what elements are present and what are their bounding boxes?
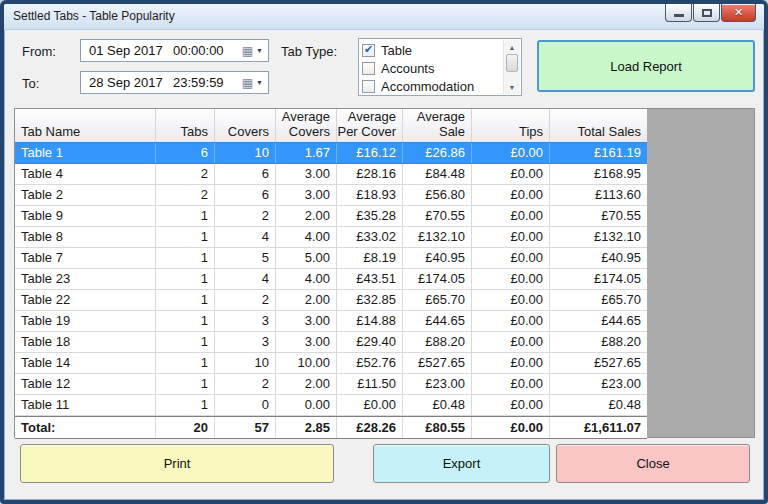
maximize-button[interactable] <box>693 4 720 22</box>
tab-type-listbox[interactable]: ✔ Table ✔ Accounts ✔ Accommodation ▲ ▼ <box>358 38 522 96</box>
from-date-field[interactable]: 01 Sep 2017 00:00:00 ▦ ▼ <box>80 39 269 62</box>
cell-average-per-cover: £18.93 <box>337 185 403 205</box>
table-row[interactable]: Table 8 1 4 4.00 £33.02 £132.10 £0.00 £1… <box>15 227 647 248</box>
total-avg-covers: 2.85 <box>276 417 337 438</box>
cell-total-sales: £40.95 <box>550 248 647 268</box>
cell-average-covers: 5.00 <box>276 248 337 268</box>
column-header-average-covers[interactable]: AverageCovers <box>276 109 337 142</box>
checkbox-icon[interactable]: ✔ <box>362 62 375 75</box>
print-button[interactable]: Print <box>20 444 334 483</box>
cell-covers: 6 <box>215 164 276 184</box>
cell-tips: £0.00 <box>472 269 550 289</box>
cell-covers: 5 <box>215 248 276 268</box>
total-label: Total: <box>15 417 156 438</box>
cell-tabs: 6 <box>156 143 215 163</box>
table-row[interactable]: Table 1 6 10 1.67 £16.12 £26.86 £0.00 £1… <box>15 142 647 164</box>
tab-type-label: Tab Type: <box>281 44 337 59</box>
cell-tab-name: Table 18 <box>15 332 156 352</box>
chevron-down-icon: ▼ <box>256 79 263 86</box>
close-button[interactable]: Close <box>556 444 750 483</box>
export-button[interactable]: Export <box>373 444 550 483</box>
cell-average-sale: £44.65 <box>403 311 472 331</box>
cell-tab-name: Table 1 <box>15 143 156 163</box>
table-row[interactable]: Table 12 1 2 2.00 £11.50 £23.00 £0.00 £2… <box>15 374 647 395</box>
cell-covers: 2 <box>215 374 276 394</box>
column-header-covers[interactable]: Covers <box>215 109 276 142</box>
cell-covers: 2 <box>215 206 276 226</box>
title-bar[interactable]: Settled Tabs - Table Popularity ✕ <box>4 4 764 30</box>
cell-average-covers: 3.00 <box>276 311 337 331</box>
cell-tabs: 2 <box>156 185 215 205</box>
cell-total-sales: £23.00 <box>550 374 647 394</box>
calendar-icon: ▦ <box>242 77 253 89</box>
table-row[interactable]: Table 23 1 4 4.00 £43.51 £174.05 £0.00 £… <box>15 269 647 290</box>
from-calendar-dropdown-button[interactable]: ▦ ▼ <box>242 45 268 57</box>
column-header-average-sale[interactable]: AverageSale <box>403 109 472 142</box>
cell-tab-name: Table 2 <box>15 185 156 205</box>
cell-tab-name: Table 11 <box>15 395 156 415</box>
cell-covers: 0 <box>215 395 276 415</box>
cell-total-sales: £527.65 <box>550 353 647 373</box>
cell-total-sales: £88.20 <box>550 332 647 352</box>
load-report-button[interactable]: Load Report <box>537 40 755 92</box>
cell-total-sales: £132.10 <box>550 227 647 247</box>
scrollbar-thumb[interactable] <box>506 54 518 72</box>
tab-type-item-accommodation[interactable]: ✔ Accommodation <box>362 77 521 95</box>
cell-tabs: 1 <box>156 290 215 310</box>
column-header-tab-name[interactable]: Tab Name <box>15 109 156 142</box>
table-total-row: Total: 20 57 2.85 £28.26 £80.55 £0.00 £1… <box>15 416 647 439</box>
table-row[interactable]: Table 9 1 2 2.00 £35.28 £70.55 £0.00 £70… <box>15 206 647 227</box>
checkbox-icon[interactable]: ✔ <box>362 44 375 57</box>
cell-tabs: 2 <box>156 164 215 184</box>
cell-average-covers: 2.00 <box>276 374 337 394</box>
close-label: Close <box>636 456 669 471</box>
cell-tab-name: Table 12 <box>15 374 156 394</box>
table-row[interactable]: Table 11 1 0 0.00 £0.00 £0.48 £0.00 £0.4… <box>15 395 647 416</box>
table-row[interactable]: Table 18 1 3 3.00 £29.40 £88.20 £0.00 £8… <box>15 332 647 353</box>
column-header-average-per-cover[interactable]: AveragePer Cover <box>337 109 403 142</box>
from-label: From: <box>22 44 56 59</box>
checkbox-icon[interactable]: ✔ <box>362 80 375 93</box>
column-header-total-sales[interactable]: Total Sales <box>550 109 647 142</box>
column-header-tabs[interactable]: Tabs <box>156 109 215 142</box>
table-row[interactable]: Table 14 1 10 10.00 £52.76 £527.65 £0.00… <box>15 353 647 374</box>
cell-average-sale: £56.80 <box>403 185 472 205</box>
cell-tab-name: Table 9 <box>15 206 156 226</box>
listbox-scrollbar[interactable]: ▲ ▼ <box>503 40 520 94</box>
to-calendar-dropdown-button[interactable]: ▦ ▼ <box>242 77 268 89</box>
table-row[interactable]: Table 2 2 6 3.00 £18.93 £56.80 £0.00 £11… <box>15 185 647 206</box>
cell-average-per-cover: £14.88 <box>337 311 403 331</box>
minimize-button[interactable] <box>665 4 692 22</box>
cell-tips: £0.00 <box>472 185 550 205</box>
cell-average-per-cover: £28.16 <box>337 164 403 184</box>
cell-total-sales: £168.95 <box>550 164 647 184</box>
cell-average-per-cover: £11.50 <box>337 374 403 394</box>
cell-average-sale: £132.10 <box>403 227 472 247</box>
cell-average-sale: £23.00 <box>403 374 472 394</box>
close-window-button[interactable]: ✕ <box>721 4 756 22</box>
table-row[interactable]: Table 19 1 3 3.00 £14.88 £44.65 £0.00 £4… <box>15 311 647 332</box>
table-row[interactable]: Table 7 1 5 5.00 £8.19 £40.95 £0.00 £40.… <box>15 248 647 269</box>
column-header-tips[interactable]: Tips <box>472 109 550 142</box>
scrollbar-up-icon[interactable]: ▲ <box>504 40 520 54</box>
cell-tips: £0.00 <box>472 332 550 352</box>
cell-average-sale: £527.65 <box>403 353 472 373</box>
scrollbar-track[interactable] <box>504 54 520 80</box>
cell-average-per-cover: £32.85 <box>337 290 403 310</box>
cell-average-sale: £26.86 <box>403 143 472 163</box>
load-report-label: Load Report <box>610 59 682 74</box>
cell-tips: £0.00 <box>472 353 550 373</box>
scrollbar-down-icon[interactable]: ▼ <box>504 80 520 94</box>
tab-type-item-table[interactable]: ✔ Table <box>362 41 521 59</box>
cell-tab-name: Table 8 <box>15 227 156 247</box>
to-date-field[interactable]: 28 Sep 2017 23:59:59 ▦ ▼ <box>80 71 269 94</box>
cell-average-sale: £40.95 <box>403 248 472 268</box>
tab-type-item-label: Accommodation <box>381 79 474 94</box>
table-row[interactable]: Table 22 1 2 2.00 £32.85 £65.70 £0.00 £6… <box>15 290 647 311</box>
cell-tabs: 1 <box>156 353 215 373</box>
cell-tab-name: Table 22 <box>15 290 156 310</box>
tab-type-item-label: Table <box>381 43 412 58</box>
cell-covers: 3 <box>215 311 276 331</box>
tab-type-item-accounts[interactable]: ✔ Accounts <box>362 59 521 77</box>
table-row[interactable]: Table 4 2 6 3.00 £28.16 £84.48 £0.00 £16… <box>15 164 647 185</box>
